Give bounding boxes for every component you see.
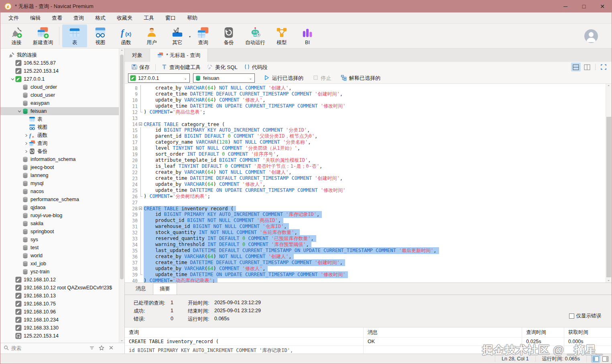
tree-item-springboot[interactable]: springboot bbox=[0, 228, 124, 236]
toolbar-button-1[interactable]: 新建查询 bbox=[30, 24, 56, 47]
grid-row-1[interactable]: id BIGINT PRIMARY KEY AUTO_INCREMENT COM… bbox=[125, 346, 612, 354]
tree-item--[interactable]: 查询 bbox=[0, 139, 124, 147]
sidebar-search[interactable]: 搜索 bbox=[0, 343, 124, 354]
connection-select[interactable]: 127.0.0.1 ⌄ bbox=[128, 73, 190, 83]
code-snippet-button[interactable]: 代码段 bbox=[241, 63, 271, 72]
tree-item-qjdaoa[interactable]: qjdaoa bbox=[0, 203, 124, 211]
star-icon[interactable] bbox=[99, 345, 104, 352]
menu-item-0[interactable]: 文件 bbox=[3, 13, 24, 23]
fold-collapse-icon[interactable] bbox=[138, 121, 144, 127]
code-line-13[interactable]: 13 bbox=[125, 115, 606, 121]
fold-collapse-icon[interactable] bbox=[138, 205, 144, 211]
only-show-errors-checkbox[interactable]: 仅显示错误 bbox=[569, 313, 602, 319]
code-line-11[interactable]: 11 update_time DATETIME ON UPDATE CURREN… bbox=[125, 103, 606, 109]
code-line-34[interactable]: 34 warning_threshold INT DEFAULT 0 COMME… bbox=[125, 242, 606, 248]
code-line-40[interactable]: 40) COMMENT='动态库存记录表'; bbox=[125, 278, 606, 283]
menu-item-5[interactable]: 收藏夹 bbox=[111, 13, 138, 23]
tree-item-test[interactable]: test bbox=[0, 244, 124, 252]
explain-selected-button[interactable]: 解释已选择的 bbox=[338, 74, 384, 83]
menu-item-4[interactable]: 格式 bbox=[89, 13, 111, 23]
tree-item--[interactable]: 我的连接 bbox=[0, 51, 124, 59]
tree-item-cloud_user[interactable]: cloud_user bbox=[0, 91, 124, 99]
tree-item-192.168.10.75[interactable]: 192.168.10.75 bbox=[0, 300, 124, 308]
toolbar-button-9[interactable]: 自动运行 bbox=[242, 24, 268, 47]
results-tab-1[interactable]: 摘要 bbox=[153, 283, 177, 295]
tree-item--[interactable]: 视图 bbox=[0, 123, 124, 131]
results-tab-0[interactable]: 消息 bbox=[129, 283, 153, 295]
code-line-23[interactable]: 23 create_time DATETIME DEFAULT CURRENT_… bbox=[125, 175, 606, 181]
toolbar-button-4[interactable]: f(x)函数 bbox=[114, 24, 138, 47]
code-line-24[interactable]: 24 update_by VARCHAR(64) COMMENT '修改人', bbox=[125, 181, 606, 187]
code-line-28[interactable]: 28CREATE TABLE inventory_record ( bbox=[125, 205, 606, 211]
fullscreen-button[interactable] bbox=[599, 63, 608, 71]
run-selected-button[interactable]: 运行已选择的 bbox=[260, 74, 307, 83]
code-line-8[interactable]: 8 create_by VARCHAR(64) NOT NULL COMMENT… bbox=[125, 85, 606, 91]
code-line-26[interactable]: 26) COMMENT='分类树结构表'; bbox=[125, 193, 606, 199]
tree-item-106.52.155.87[interactable]: 106.52.155.87 bbox=[0, 59, 124, 67]
tree-item-sakila[interactable]: sakila bbox=[0, 220, 124, 228]
maximize-button[interactable]: □ bbox=[575, 0, 593, 12]
tree-item-192.168.10.12-root-qazxswedcvfr-23-[interactable]: 192.168.10.12 root QAZxswEDCvfr!23$ bbox=[0, 284, 124, 292]
sidebar-scrollbar[interactable]: ⌃ ⌄ bbox=[119, 49, 124, 343]
toolbar-button-3[interactable]: 视图 bbox=[88, 24, 113, 47]
menu-item-2[interactable]: 查看 bbox=[46, 13, 68, 23]
scroll-down-icon[interactable]: ⌄ bbox=[119, 337, 124, 343]
code-line-33[interactable]: 33 reserved_quantity INT DEFAULT 0 COMME… bbox=[125, 236, 606, 242]
code-line-32[interactable]: 32 stock_quantity INT NOT NULL COMMENT '… bbox=[125, 230, 606, 236]
code-line-27[interactable]: 27 bbox=[125, 199, 606, 205]
code-line-22[interactable]: 22 create_by VARCHAR(64) NOT NULL COMMEN… bbox=[125, 169, 606, 175]
chevron-right-icon[interactable] bbox=[23, 134, 29, 137]
split-vertical-button[interactable] bbox=[582, 63, 592, 71]
grid-header-1[interactable]: 消息 bbox=[364, 327, 522, 337]
filter-icon[interactable] bbox=[89, 345, 95, 352]
toolbar-button-10[interactable]: 模型 bbox=[269, 24, 294, 47]
code-line-16[interactable]: 16 parent_id BIGINT DEFAULT 0 COMMENT '父… bbox=[125, 133, 606, 139]
tree-item-feisuan[interactable]: feisuan bbox=[0, 107, 124, 115]
code-line-12[interactable]: 12) COMMENT='商品信息表'; bbox=[125, 109, 606, 115]
tree-item-ruoyi-vue-blog[interactable]: ruoyi-vue-blog bbox=[0, 211, 124, 220]
tree-item-sys[interactable]: sys bbox=[0, 236, 124, 244]
query-builder-button[interactable]: 查询创建工具 bbox=[158, 63, 204, 72]
code-line-9[interactable]: 9 create_time DATETIME DEFAULT CURRENT_T… bbox=[125, 91, 606, 97]
collapse-all-icon[interactable] bbox=[108, 345, 114, 352]
sql-editor[interactable]: 8 create_by VARCHAR(64) NOT NULL COMMENT… bbox=[125, 84, 612, 283]
tree-item-lanneng[interactable]: lanneng bbox=[0, 171, 124, 179]
code-line-15[interactable]: 15 id BIGINT PRIMARY KEY AUTO_INCREMENT … bbox=[125, 127, 606, 133]
tree-item-192.168.10.12[interactable]: 192.168.10.12 bbox=[0, 276, 124, 284]
save-button[interactable]: 保存 bbox=[128, 63, 153, 72]
tree-item-192.168.10.13[interactable]: 192.168.10.13 bbox=[0, 292, 124, 300]
tree-item-jeecg-boot[interactable]: jeecg-boot bbox=[0, 163, 124, 171]
grid-header-0[interactable]: 查询 bbox=[125, 327, 364, 337]
code-line-30[interactable]: 30 product_id BIGINT NOT NULL COMMENT '商… bbox=[125, 218, 606, 224]
tree-item--[interactable]: fx函数 bbox=[0, 131, 124, 139]
code-line-10[interactable]: 10 update_by VARCHAR(64) COMMENT '修改人', bbox=[125, 97, 606, 103]
tree-item--[interactable]: 表 bbox=[0, 115, 124, 123]
tree-item-192.168.10.234[interactable]: 192.168.10.234 bbox=[0, 316, 124, 324]
close-button[interactable]: ✕ bbox=[593, 0, 612, 12]
menu-item-6[interactable]: 工具 bbox=[138, 13, 160, 23]
beautify-sql-button[interactable]: 美化 SQL bbox=[204, 63, 241, 72]
minimize-button[interactable]: ─ bbox=[556, 0, 575, 12]
toggle-right-panel-icon[interactable] bbox=[601, 355, 609, 362]
document-tab-1[interactable]: * 无标题 - 查询 bbox=[150, 49, 208, 62]
chevron-down-icon[interactable] bbox=[10, 77, 15, 81]
code-line-25[interactable]: 25 update_time DATETIME ON UPDATE CURREN… bbox=[125, 187, 606, 193]
toolbar-button-8[interactable]: 备份 bbox=[216, 24, 241, 47]
database-select[interactable]: feisuan ⌄ bbox=[193, 73, 255, 83]
code-line-31[interactable]: 31 warehouse_id BIGINT NOT NULL COMMENT … bbox=[125, 224, 606, 230]
code-line-19[interactable]: 19 sort_order INT DEFAULT 0 COMMENT '排序序… bbox=[125, 151, 606, 157]
tree-item-125.220.153.14[interactable]: 125.220.153.14 bbox=[0, 67, 124, 75]
tree-item-xxl_job[interactable]: xxl_job bbox=[0, 260, 124, 268]
tree-item-192.168.10.96[interactable]: 192.168.10.96 bbox=[0, 308, 124, 316]
toolbar-button-7[interactable]: 查询 bbox=[191, 24, 216, 47]
code-line-38[interactable]: 38 update_by VARCHAR(64) COMMENT '修改人', bbox=[125, 266, 606, 272]
code-line-35[interactable]: 35 last_updated DATETIME DEFAULT CURRENT… bbox=[125, 248, 606, 254]
editor-scrollbar[interactable]: ⌃ ⌄ bbox=[606, 84, 612, 283]
toolbar-button-11[interactable]: BI bbox=[295, 24, 320, 47]
tree-item-nacos[interactable]: nacos bbox=[0, 187, 124, 195]
code-line-17[interactable]: 17 category_name VARCHAR(128) NOT NULL C… bbox=[125, 139, 606, 145]
tree-item-125.220.153.14[interactable]: 125.220.153.14 bbox=[0, 332, 124, 340]
tree-item-ysz-train[interactable]: ysz-train bbox=[0, 268, 124, 276]
tree-item-mysql[interactable]: mysql bbox=[0, 179, 124, 187]
user-avatar[interactable] bbox=[584, 29, 598, 43]
